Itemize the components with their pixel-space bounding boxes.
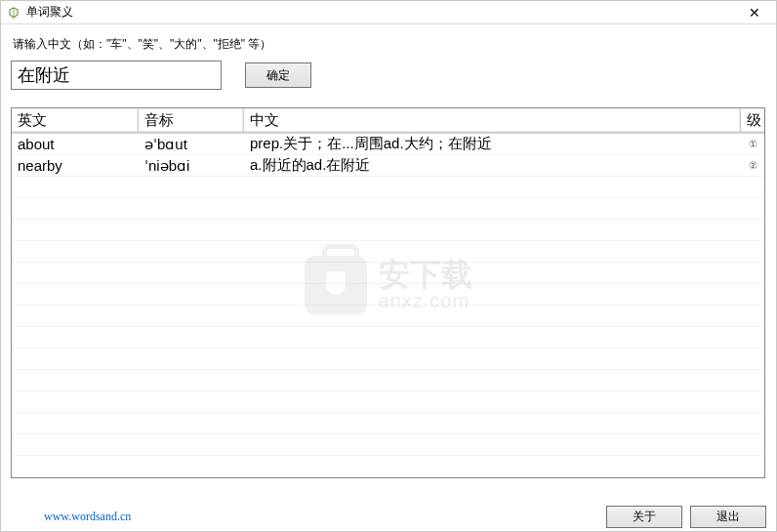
chinese-input[interactable] bbox=[11, 61, 222, 90]
close-button[interactable]: ✕ bbox=[739, 1, 770, 24]
table-row-empty bbox=[12, 456, 764, 477]
table-row-empty bbox=[12, 348, 764, 370]
content-area: 请输入中文（如："车"、"笑"、"大的"、"拒绝" 等） 确定 英文 音标 中文… bbox=[1, 24, 776, 478]
table-row-empty bbox=[12, 306, 764, 327]
cell-level: ① bbox=[741, 134, 764, 154]
header-level[interactable]: 级 bbox=[741, 108, 764, 133]
results-table: 英文 音标 中文 级 about əˈbɑut prep.关于；在...周围ad… bbox=[11, 107, 765, 478]
header-chinese[interactable]: 中文 bbox=[244, 108, 741, 133]
cell-chinese: prep.关于；在...周围ad.大约；在附近 bbox=[244, 134, 741, 154]
about-button[interactable]: 关于 bbox=[606, 506, 682, 528]
input-row: 确定 bbox=[11, 61, 766, 90]
cell-english: nearby bbox=[12, 155, 139, 176]
app-icon bbox=[7, 6, 20, 20]
table-row-empty bbox=[12, 177, 764, 198]
table-row-empty bbox=[12, 198, 764, 220]
table-row-empty bbox=[12, 284, 764, 306]
table-body: about əˈbɑut prep.关于；在...周围ad.大约；在附近 ① n… bbox=[12, 134, 764, 477]
table-row-empty bbox=[12, 413, 764, 434]
footer: www.wordsand.cn 关于 退出 bbox=[1, 502, 776, 531]
table-header: 英文 音标 中文 级 bbox=[12, 108, 764, 134]
ok-button[interactable]: 确定 bbox=[245, 62, 311, 88]
cell-level: ② bbox=[741, 155, 764, 176]
cell-chinese: a.附近的ad.在附近 bbox=[244, 155, 741, 176]
table-row-empty bbox=[12, 434, 764, 456]
table-row-empty bbox=[12, 391, 764, 413]
exit-button[interactable]: 退出 bbox=[690, 506, 766, 528]
table-row-empty bbox=[12, 263, 764, 284]
website-link[interactable]: www.wordsand.cn bbox=[44, 510, 131, 524]
cell-phonetic: ˈniəbɑi bbox=[139, 155, 244, 176]
window-title: 单词聚义 bbox=[26, 4, 739, 20]
cell-phonetic: əˈbɑut bbox=[139, 134, 244, 154]
table-row-empty bbox=[12, 327, 764, 348]
table-row-empty bbox=[12, 370, 764, 391]
table-row-empty bbox=[12, 220, 764, 241]
header-phonetic[interactable]: 音标 bbox=[139, 108, 244, 133]
input-prompt: 请输入中文（如："车"、"笑"、"大的"、"拒绝" 等） bbox=[13, 36, 766, 53]
table-row[interactable]: about əˈbɑut prep.关于；在...周围ad.大约；在附近 ① bbox=[12, 134, 764, 155]
table-row[interactable]: nearby ˈniəbɑi a.附近的ad.在附近 ② bbox=[12, 155, 764, 177]
header-english[interactable]: 英文 bbox=[12, 108, 139, 133]
titlebar: 单词聚义 ✕ bbox=[1, 1, 776, 24]
cell-english: about bbox=[12, 134, 139, 154]
table-row-empty bbox=[12, 241, 764, 263]
